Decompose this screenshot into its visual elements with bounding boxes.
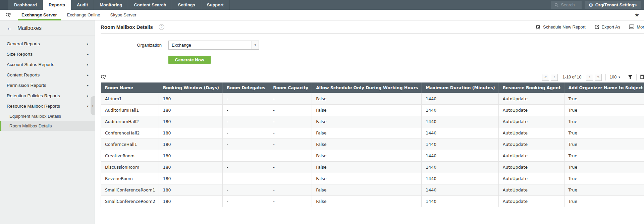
- chevron-icon: ▸: [87, 42, 89, 46]
- column-header[interactable]: Add Organizer Name to Subject: [564, 82, 644, 93]
- table-cell: AutoUpdate: [498, 184, 564, 196]
- table-row[interactable]: ReverieRoom180--False1440AutoUpdateTrue: [101, 173, 644, 184]
- sidebar-item[interactable]: Resource Mailbox Reports ▾: [0, 101, 95, 111]
- sidebar-item-label: General Reports: [7, 41, 40, 46]
- table-cell: AuditoriumHall1: [101, 105, 159, 116]
- table-cell: Atrium1: [101, 93, 159, 105]
- toolbar-separator: [636, 74, 637, 80]
- table-row[interactable]: ConfernceHall1180--False1440AutoUpdateTr…: [101, 139, 644, 150]
- sidebar-subitem-list: Equipment Mailbox Details Room Mailbox D…: [0, 111, 95, 131]
- table-cell: -: [223, 116, 269, 127]
- table-cell: 1440: [422, 184, 498, 196]
- table-cell: 180: [159, 139, 222, 150]
- nav-tab[interactable]: Content Search: [128, 0, 172, 10]
- search-input[interactable]: [561, 2, 578, 7]
- nav-tab[interactable]: Settings: [172, 0, 201, 10]
- org-tenant-settings-button[interactable]: ⚙ Org/Tenant Settings: [585, 1, 641, 9]
- table-cell: -: [269, 93, 312, 105]
- table-row[interactable]: SmallConferenceRoom1180--False1440AutoUp…: [101, 184, 644, 196]
- sidebar-subitem[interactable]: Room Mailbox Details: [0, 121, 95, 131]
- sidebar-item[interactable]: Account Status Reports ▸: [0, 59, 95, 70]
- last-page-icon: »: [597, 75, 600, 79]
- report-tab[interactable]: Exchange Online: [62, 10, 105, 20]
- column-chooser-icon[interactable]: [640, 74, 644, 80]
- toolbar-separator: [605, 74, 606, 80]
- column-header[interactable]: Resource Booking Agent: [498, 82, 564, 93]
- organization-select[interactable]: Exchange ▼: [168, 41, 259, 50]
- nav-tab[interactable]: Dashboard: [8, 0, 43, 10]
- nav-tab[interactable]: Monitoring: [94, 0, 128, 10]
- generate-now-button[interactable]: Generate Now: [168, 56, 211, 64]
- column-header[interactable]: Maximum Duration (Minutes): [422, 82, 498, 93]
- next-page-button[interactable]: ›: [586, 74, 593, 81]
- table-cell: -: [269, 116, 312, 127]
- table-cell: False: [312, 150, 422, 162]
- sidebar-item-label: Retention Policies Reports: [7, 93, 60, 98]
- previous-page-button[interactable]: ‹: [551, 74, 558, 81]
- nav-tab-label: Settings: [178, 2, 195, 7]
- schedule-new-report-button[interactable]: Schedule New Report: [535, 24, 585, 30]
- table-cell: -: [269, 162, 312, 173]
- column-header[interactable]: Room Delegates: [223, 82, 269, 93]
- report-tab[interactable]: Skype Server: [105, 10, 142, 20]
- table-row[interactable]: AuditoriumHall2180--False1440AutoUpdateT…: [101, 116, 644, 127]
- sidebar-collapse-handle[interactable]: ‹: [91, 96, 95, 115]
- first-page-icon: «: [544, 75, 547, 79]
- table-cell: -: [223, 127, 269, 139]
- report-tab[interactable]: Exchange Server: [16, 10, 62, 20]
- table-cell: -: [269, 105, 312, 116]
- top-navigation-bar: Dashboard Reports Audit Monitoring Conte…: [0, 0, 644, 10]
- table-cell: -: [223, 184, 269, 196]
- sidebar-item[interactable]: Retention Policies Reports ▸: [0, 91, 95, 101]
- more-button[interactable]: More: [629, 24, 644, 30]
- column-header[interactable]: Booking Window (Days): [159, 82, 222, 93]
- sidebar-item[interactable]: Size Reports ▸: [0, 49, 95, 59]
- table-cell: False: [312, 116, 422, 127]
- global-search-box[interactable]: [551, 1, 582, 9]
- table-search-icon[interactable]: [101, 74, 106, 80]
- first-page-button[interactable]: «: [542, 74, 549, 81]
- table-row[interactable]: AuditoriumHall1180--False1440AutoUpdateT…: [101, 105, 644, 116]
- sidebar-item[interactable]: General Reports ▸: [0, 39, 95, 49]
- table-cell: True: [564, 184, 644, 196]
- table-row[interactable]: DiscussionRoom180--False1440AutoUpdateTr…: [101, 162, 644, 173]
- table-row[interactable]: Atrium1180--False1440AutoUpdateTrue: [101, 93, 644, 105]
- table-row[interactable]: ConferenceHall2180--False1440AutoUpdateT…: [101, 127, 644, 139]
- organization-label: Organization: [101, 43, 162, 48]
- nav-left-block: [0, 0, 8, 10]
- column-header[interactable]: Room Name: [101, 82, 159, 93]
- sidebar-item[interactable]: Content Reports ▸: [0, 70, 95, 80]
- sidebar-subitem-label: Room Mailbox Details: [9, 123, 52, 128]
- nav-tab[interactable]: Support: [201, 0, 230, 10]
- column-header[interactable]: Room Capacity: [269, 82, 312, 93]
- table-cell: 1440: [422, 162, 498, 173]
- help-icon[interactable]: ?: [159, 24, 164, 30]
- column-header[interactable]: Allow Schedule Only During Working Hours: [312, 82, 422, 93]
- nav-tabs: Dashboard Reports Audit Monitoring Conte…: [8, 0, 230, 10]
- filter-icon[interactable]: [628, 75, 633, 80]
- table-cell: AutoUpdate: [498, 93, 564, 105]
- table-row[interactable]: CreativeRoom180--False1440AutoUpdateTrue: [101, 150, 644, 162]
- back-arrow-icon[interactable]: ←: [7, 25, 12, 32]
- table-cell: CreativeRoom: [101, 150, 159, 162]
- advanced-search-icon[interactable]: [5, 12, 11, 18]
- next-page-icon: ›: [589, 75, 590, 79]
- sidebar-subitem[interactable]: Equipment Mailbox Details: [0, 111, 95, 121]
- table-cell: -: [269, 127, 312, 139]
- page-size-dropdown[interactable]: 100 ▾: [609, 75, 620, 79]
- nav-tab[interactable]: Audit: [71, 0, 94, 10]
- table-cell: 1440: [422, 93, 498, 105]
- table-cell: 1440: [422, 116, 498, 127]
- table-cell: 180: [159, 93, 222, 105]
- chevron-icon: ▸: [87, 94, 89, 98]
- favorite-star-icon[interactable]: ★: [635, 12, 639, 18]
- sidebar-item-label: Resource Mailbox Reports: [7, 104, 60, 109]
- table-cell: 180: [159, 173, 222, 184]
- sidebar-item[interactable]: Permission Reports ▸: [0, 80, 95, 91]
- export-as-button[interactable]: Export As: [594, 24, 621, 30]
- last-page-button[interactable]: »: [595, 74, 602, 81]
- table-row[interactable]: SmallConferenceRoom2180--False1440AutoUp…: [101, 196, 644, 207]
- more-label: More: [637, 24, 644, 30]
- nav-tab-label: Content Search: [134, 2, 166, 7]
- nav-tab[interactable]: Reports: [43, 0, 71, 10]
